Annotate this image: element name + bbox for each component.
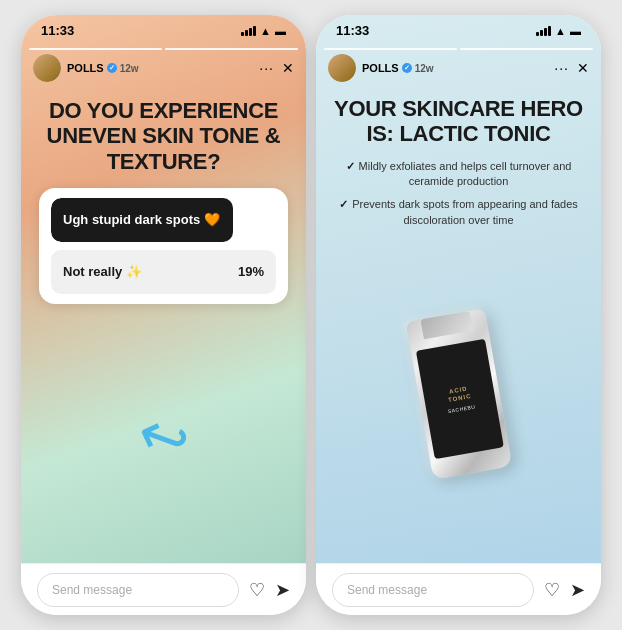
right-time: 11:33	[336, 23, 369, 38]
hero-title: YOUR SKINCARE HERO IS: LACTIC TONIC	[316, 88, 601, 159]
verified-badge: ✓	[107, 63, 117, 73]
left-avatar	[33, 54, 61, 82]
right-bottom-bar: Send message ♡ ➤	[316, 563, 601, 615]
left-status-icons: ▲ ▬	[241, 25, 286, 37]
right-wifi-icon: ▲	[555, 25, 566, 37]
product-bottle: ACIDTONIC SACHEBU	[405, 308, 512, 479]
poll-label-1: Ugh stupid dark spots 🧡	[63, 212, 220, 227]
right-more-options-icon[interactable]: ···	[554, 60, 569, 76]
benefits-section: Mildly exfoliates and helps cell turnove…	[316, 159, 601, 245]
left-story-header: POLLS ✓ 12w ··· ✕	[21, 50, 306, 88]
battery-icon: ▬	[275, 25, 286, 37]
right-signal-icon	[536, 26, 551, 36]
right-heart-icon[interactable]: ♡	[544, 579, 560, 601]
right-story-age: 12w	[415, 63, 434, 74]
right-story-info: POLLS ✓ 12w	[362, 62, 548, 74]
left-story-content: 11:33 ▲ ▬ POLLS	[21, 15, 306, 563]
benefit-item-1: Mildly exfoliates and helps cell turnove…	[336, 159, 581, 190]
product-label: ACIDTONIC SACHEBU	[415, 338, 503, 458]
more-options-icon[interactable]: ···	[259, 60, 274, 76]
left-status-bar: 11:33 ▲ ▬	[21, 15, 306, 42]
left-story-actions: ··· ✕	[259, 60, 294, 76]
question-title: DO YOU EXPERIENCE UNEVEN SKIN TONE & TEX…	[21, 88, 306, 188]
brand-name: SACHEBU	[447, 403, 475, 414]
right-close-icon[interactable]: ✕	[577, 60, 589, 76]
right-story-actions: ··· ✕	[554, 60, 589, 76]
left-heart-icon[interactable]: ♡	[249, 579, 265, 601]
right-status-icons: ▲ ▬	[536, 25, 581, 37]
benefit-item-2: Prevents dark spots from appearing and f…	[336, 197, 581, 228]
poll-pct-1: 81%	[238, 212, 264, 227]
left-time: 11:33	[41, 23, 74, 38]
right-battery-icon: ▬	[570, 25, 581, 37]
poll-option-2[interactable]: Not really ✨ 19%	[51, 250, 276, 294]
poll-option-1[interactable]: Ugh stupid dark spots 🧡 81%	[51, 198, 276, 242]
blue-arrow-icon: ↩	[128, 396, 199, 479]
right-story-content: 11:33 ▲ ▬ POLLS	[316, 15, 601, 563]
right-send-icon[interactable]: ➤	[570, 579, 585, 601]
product-name: ACIDTONIC	[445, 383, 471, 404]
left-message-input[interactable]: Send message	[37, 573, 239, 607]
signal-icon	[241, 26, 256, 36]
arrow-area: ↩	[21, 304, 306, 563]
right-account-name: POLLS ✓ 12w	[362, 62, 548, 74]
right-avatar	[328, 54, 356, 82]
left-account-name: POLLS ✓ 12w	[67, 62, 253, 74]
product-area: ACIDTONIC SACHEBU	[316, 244, 601, 563]
right-phone: 11:33 ▲ ▬ POLLS	[316, 15, 601, 615]
left-story-info: POLLS ✓ 12w	[67, 62, 253, 74]
right-message-input[interactable]: Send message	[332, 573, 534, 607]
progress-bars	[21, 42, 306, 50]
right-verified-badge: ✓	[402, 63, 412, 73]
left-story-age: 12w	[120, 63, 139, 74]
poll-card: Ugh stupid dark spots 🧡 81% Not really ✨…	[39, 188, 288, 304]
poll-label-2: Not really ✨	[63, 264, 142, 279]
right-status-bar: 11:33 ▲ ▬	[316, 15, 601, 42]
poll-pct-2: 19%	[238, 264, 264, 279]
wifi-icon: ▲	[260, 25, 271, 37]
left-bottom-bar: Send message ♡ ➤	[21, 563, 306, 615]
left-send-icon[interactable]: ➤	[275, 579, 290, 601]
right-story-header: POLLS ✓ 12w ··· ✕	[316, 50, 601, 88]
right-progress-bars	[316, 42, 601, 50]
left-phone: 11:33 ▲ ▬ POLLS	[21, 15, 306, 615]
close-icon[interactable]: ✕	[282, 60, 294, 76]
